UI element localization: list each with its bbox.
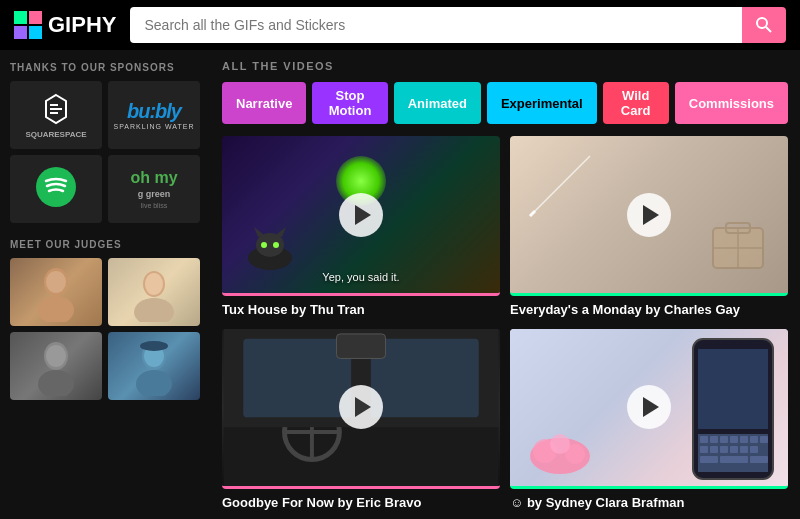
video-card-4: ☺ by Sydney Clara Brafman <box>510 329 788 512</box>
svg-rect-52 <box>710 446 718 453</box>
video-card-3: Goodbye For Now by Eric Bravo <box>222 329 500 512</box>
video-thumb-2[interactable] <box>510 136 788 296</box>
svg-marker-19 <box>254 227 264 237</box>
judge-avatar <box>129 336 179 396</box>
svg-point-21 <box>261 242 267 248</box>
judge-avatar <box>31 262 81 322</box>
section-title: ALL THE VIDEOS <box>222 60 788 72</box>
sponsor-spotify[interactable] <box>10 155 102 223</box>
video-title-2: Everyday's a Monday by Charles Gay <box>510 302 788 319</box>
video-title-3: Goodbye For Now by Eric Bravo <box>222 495 500 512</box>
svg-point-0 <box>757 18 767 28</box>
cat-silhouette <box>240 223 300 273</box>
sponsor-bubly[interactable]: bu:bly SPARKLING WATER <box>108 81 200 149</box>
video-subtitle-1: Yep, you said it. <box>222 271 500 283</box>
main-layout: THANKS TO OUR SPONSORS SQUARESPACE <box>0 50 800 519</box>
video-title-1: Tux House by Thu Tran <box>222 302 500 319</box>
sponsors-title: THANKS TO OUR SPONSORS <box>10 62 200 73</box>
sponsors-section: THANKS TO OUR SPONSORS SQUARESPACE <box>10 62 200 223</box>
sponsor-squarespace[interactable]: SQUARESPACE <box>10 81 102 149</box>
svg-point-63 <box>550 434 570 454</box>
svg-point-2 <box>36 167 76 207</box>
svg-rect-59 <box>750 456 768 463</box>
video-card-1: Yep, you said it. Tux House by Thu Tran <box>222 136 500 319</box>
judge-avatar <box>129 262 179 322</box>
video-thumb-4[interactable] <box>510 329 788 489</box>
svg-line-27 <box>530 156 590 216</box>
tab-wild-card[interactable]: Wild Card <box>603 82 669 124</box>
phone-scene <box>688 334 778 484</box>
svg-point-4 <box>38 296 74 322</box>
svg-rect-42 <box>698 349 768 429</box>
header: GIPHY <box>0 0 800 50</box>
video-title-4: ☺ by Sydney Clara Brafman <box>510 495 788 512</box>
svg-rect-47 <box>730 436 738 443</box>
svg-rect-39 <box>371 339 479 418</box>
judge-1[interactable] <box>10 258 102 326</box>
svg-rect-38 <box>243 339 351 418</box>
svg-rect-46 <box>720 436 728 443</box>
svg-line-28 <box>530 211 535 216</box>
svg-point-18 <box>256 233 284 257</box>
svg-rect-44 <box>700 436 708 443</box>
svg-point-8 <box>145 273 163 295</box>
judges-section: MEET OUR JUDGES <box>10 239 200 400</box>
video-card-2: Everyday's a Monday by Charles Gay <box>510 136 788 319</box>
play-button-2[interactable] <box>627 193 671 237</box>
svg-line-1 <box>766 27 771 32</box>
svg-point-5 <box>46 271 66 293</box>
svg-rect-58 <box>720 456 748 463</box>
search-bar <box>130 7 786 43</box>
svg-rect-51 <box>700 446 708 453</box>
video-thumb-1[interactable]: Yep, you said it. <box>222 136 500 296</box>
logo-icon <box>14 11 42 39</box>
tab-animated[interactable]: Animated <box>394 82 481 124</box>
sponsors-grid: SQUARESPACE bu:bly SPARKLING WATER <box>10 81 200 223</box>
videos-grid: Yep, you said it. Tux House by Thu Tran <box>222 136 788 512</box>
content-area: ALL THE VIDEOS Narrative Stop Motion Ani… <box>210 50 800 519</box>
sidebar: THANKS TO OUR SPONSORS SQUARESPACE <box>0 50 210 519</box>
svg-rect-45 <box>710 436 718 443</box>
svg-rect-48 <box>740 436 748 443</box>
tab-experimental[interactable]: Experimental <box>487 82 597 124</box>
search-icon <box>755 16 773 34</box>
judges-grid <box>10 258 200 400</box>
fluffy-decoration <box>525 426 595 476</box>
judge-avatar <box>31 336 81 396</box>
svg-point-22 <box>273 242 279 248</box>
svg-rect-54 <box>730 446 738 453</box>
svg-rect-16 <box>141 343 167 349</box>
svg-point-7 <box>134 298 174 322</box>
play-button-1[interactable] <box>339 193 383 237</box>
svg-rect-49 <box>750 436 758 443</box>
svg-marker-20 <box>276 227 286 237</box>
svg-point-10 <box>38 370 74 396</box>
svg-rect-55 <box>740 446 748 453</box>
svg-rect-53 <box>720 446 728 453</box>
svg-rect-56 <box>750 446 758 453</box>
svg-rect-57 <box>700 456 718 463</box>
judge-4[interactable] <box>108 332 200 400</box>
video-thumb-3[interactable] <box>222 329 500 489</box>
tab-narrative[interactable]: Narrative <box>222 82 306 124</box>
svg-rect-29 <box>224 427 499 486</box>
judges-title: MEET OUR JUDGES <box>10 239 200 250</box>
tab-commissions[interactable]: Commissions <box>675 82 788 124</box>
pen-drawing <box>520 146 600 226</box>
tab-stop-motion[interactable]: Stop Motion <box>312 82 387 124</box>
search-input[interactable] <box>130 7 742 43</box>
svg-rect-40 <box>336 334 385 359</box>
svg-point-11 <box>46 345 66 367</box>
judge-3[interactable] <box>10 332 102 400</box>
logo[interactable]: GIPHY <box>14 11 116 39</box>
search-button[interactable] <box>742 7 786 43</box>
svg-point-13 <box>136 370 172 396</box>
svg-rect-50 <box>760 436 768 443</box>
filter-tabs: Narrative Stop Motion Animated Experimen… <box>222 82 788 124</box>
judge-2[interactable] <box>108 258 200 326</box>
suitcase-scene <box>698 203 778 283</box>
logo-text: GIPHY <box>48 12 116 38</box>
sponsor-ohmygreen[interactable]: oh my g green live bliss <box>108 155 200 223</box>
